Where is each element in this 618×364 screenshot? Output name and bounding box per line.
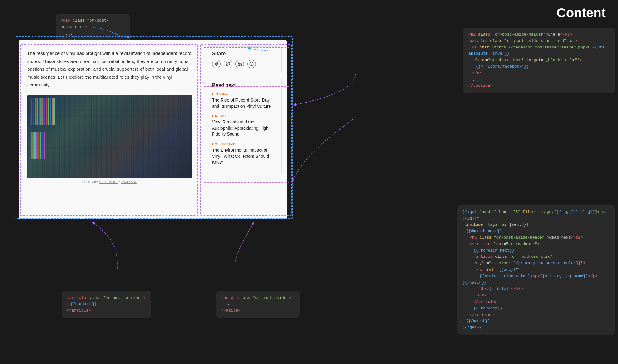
svg-rect-19 (40, 132, 41, 158)
read-next-link-2[interactable]: Vinyl Records and the Audiophile: Apprec… (212, 119, 277, 137)
read-next-box: Read next HISTORY The Rise of Record Sto… (207, 78, 282, 175)
share-box: Share (207, 46, 282, 73)
main-content-card: The resurgence of vinyl has brought with… (19, 40, 287, 219)
read-next-item-3: COLLECTING The Environmental Impact of V… (212, 142, 277, 165)
svg-point-26 (252, 64, 252, 64)
svg-rect-9 (46, 98, 47, 125)
article-section: The resurgence of vinyl has brought with… (19, 40, 201, 219)
svg-rect-13 (53, 98, 55, 125)
aside-section: Share (201, 40, 287, 219)
article-body: The resurgence of vinyl has brought with… (27, 49, 192, 89)
svg-rect-5 (39, 98, 40, 125)
facebook-icon[interactable] (212, 60, 221, 68)
svg-rect-15 (32, 132, 33, 158)
svg-rect-16 (34, 132, 36, 158)
read-next-link-1[interactable]: The Rise of Record Store Day and Its Imp… (212, 97, 277, 109)
page-title: Content (557, 6, 606, 20)
svg-rect-2 (32, 98, 34, 125)
svg-point-25 (251, 64, 251, 64)
read-next-tag-2: BASICS (212, 114, 277, 118)
svg-rect-11 (50, 98, 51, 125)
reddit-icon[interactable] (247, 60, 256, 68)
svg-rect-10 (48, 98, 49, 125)
vinyl-store-image (27, 95, 192, 178)
svg-rect-17 (36, 132, 37, 158)
photo-credit: PHOTO BY MICK HAUPT / UNSPLASH (27, 180, 192, 184)
svg-rect-3 (35, 98, 36, 125)
svg-rect-18 (38, 132, 39, 158)
svg-rect-7 (42, 98, 43, 125)
read-next-tag-1: HISTORY (212, 92, 277, 96)
read-next-tag-3: COLLECTING (212, 142, 277, 146)
svg-rect-4 (37, 98, 38, 125)
svg-rect-12 (52, 98, 53, 125)
share-title: Share (212, 51, 277, 56)
code-block-bottom-article: <article class="or-post-content"> {{cont… (62, 291, 151, 318)
svg-rect-8 (44, 98, 45, 125)
photo-credit-link2[interactable]: UNSPLASH (121, 180, 137, 184)
read-next-item-1: HISTORY The Rise of Record Store Day and… (212, 92, 277, 109)
svg-rect-14 (31, 132, 32, 158)
svg-point-23 (238, 62, 239, 63)
svg-rect-1 (31, 98, 32, 125)
svg-rect-22 (238, 63, 239, 65)
photo-credit-link1[interactable]: MICK HAUPT (99, 180, 118, 184)
social-icons-row (212, 60, 277, 68)
linkedin-icon[interactable] (235, 60, 244, 68)
read-next-title: Read next (212, 82, 277, 88)
read-next-item-2: BASICS Vinyl Records and the Audiophile:… (212, 114, 277, 137)
code-block-bottom-aside: <aside class="or-post-aside"> ... </asid… (216, 291, 300, 318)
svg-rect-6 (40, 98, 42, 125)
svg-point-24 (250, 62, 253, 66)
svg-rect-20 (42, 132, 43, 158)
code-block-bottom-right: {{#get "posts" limit="3" filter="tags:[{… (457, 205, 615, 335)
twitter-icon[interactable] (224, 60, 232, 68)
code-block-top-right: <h2 class="or-post-aside-header">Share</… (464, 28, 615, 93)
svg-rect-21 (44, 132, 45, 158)
article-image-container: PHOTO BY MICK HAUPT / UNSPLASH (27, 95, 192, 184)
read-next-link-3[interactable]: The Environmental Impact of Vinyl: What … (212, 147, 277, 165)
